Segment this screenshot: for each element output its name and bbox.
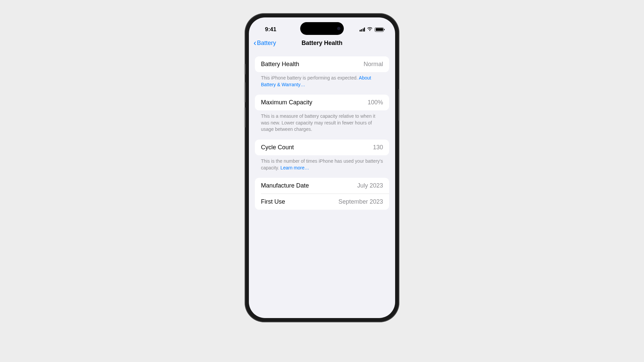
phone-frame: 9:41 ‹ (245, 13, 399, 322)
page-title: Battery Health (302, 40, 342, 47)
first-use-value: September 2023 (338, 198, 383, 205)
battery-icon (375, 28, 384, 32)
maximum-capacity-card: Maximum Capacity 100% (255, 95, 389, 110)
battery-health-card: Battery Health Normal (255, 56, 389, 72)
maximum-capacity-value: 100% (368, 99, 383, 106)
dates-section: Manufacture Date July 2023 First Use Sep… (255, 178, 389, 210)
cycle-count-label: Cycle Count (261, 144, 294, 151)
cycle-count-footer: This is the number of times iPhone has u… (255, 155, 389, 171)
cellular-signal-icon (360, 28, 365, 32)
power-button (399, 89, 400, 121)
dates-card: Manufacture Date July 2023 First Use Sep… (255, 178, 389, 210)
battery-health-row[interactable]: Battery Health Normal (255, 56, 389, 72)
volume-up-button (244, 82, 245, 102)
nav-bar: ‹ Battery Battery Health (249, 36, 395, 51)
battery-health-section: Battery Health Normal This iPhone batter… (255, 56, 389, 88)
settings-content: Battery Health Normal This iPhone batter… (249, 51, 395, 222)
mute-switch (244, 64, 245, 74)
battery-health-value: Normal (364, 61, 383, 68)
dynamic-island (300, 22, 344, 35)
cycle-count-row[interactable]: Cycle Count 130 (255, 140, 389, 155)
volume-down-button (244, 107, 245, 127)
phone-screen: 9:41 ‹ (249, 17, 395, 318)
status-time: 9:41 (259, 26, 276, 33)
first-use-row[interactable]: First Use September 2023 (261, 194, 389, 210)
manufacture-date-value: July 2023 (357, 182, 383, 189)
battery-health-footer: This iPhone battery is performing as exp… (255, 72, 389, 88)
back-button[interactable]: ‹ Battery (254, 39, 276, 47)
learn-more-link[interactable]: Learn more… (280, 165, 309, 170)
manufacture-date-row[interactable]: Manufacture Date July 2023 (255, 178, 389, 194)
wifi-icon (367, 27, 373, 33)
battery-health-label: Battery Health (261, 61, 299, 68)
manufacture-date-label: Manufacture Date (261, 182, 309, 189)
maximum-capacity-label: Maximum Capacity (261, 99, 312, 106)
status-icons (360, 27, 385, 33)
maximum-capacity-section: Maximum Capacity 100% This is a measure … (255, 95, 389, 133)
cycle-count-section: Cycle Count 130 This is the number of ti… (255, 140, 389, 171)
cycle-count-card: Cycle Count 130 (255, 140, 389, 155)
first-use-label: First Use (261, 198, 285, 205)
camera-dot (337, 27, 340, 30)
maximum-capacity-footer: This is a measure of battery capacity re… (255, 110, 389, 133)
back-label: Battery (257, 40, 276, 47)
cycle-count-value: 130 (373, 144, 383, 151)
chevron-left-icon: ‹ (254, 39, 256, 47)
maximum-capacity-row[interactable]: Maximum Capacity 100% (255, 95, 389, 110)
